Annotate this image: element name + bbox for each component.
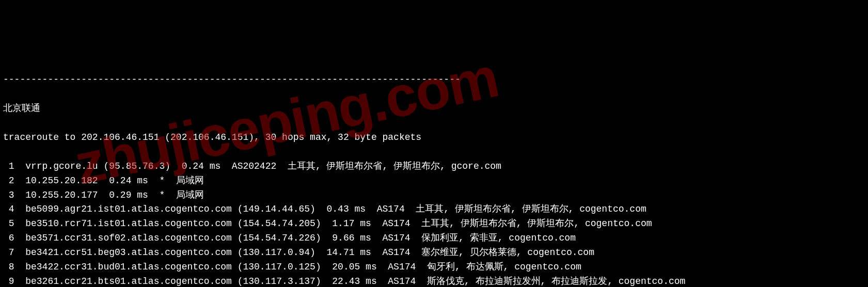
hop-number: 5 — [3, 217, 14, 231]
hop-number: 2 — [3, 174, 14, 188]
hop-detail: 10.255.20.177 0.29 ms * 局域网 — [14, 190, 204, 200]
hop-row: 4 be5099.agr21.ist01.atlas.cogentco.com … — [3, 202, 865, 217]
hop-row: 1 vrrp.gcore.lu (95.85.76.3) 0.24 ms AS2… — [3, 160, 865, 174]
hop-detail: be3510.rcr71.ist01.atlas.cogentco.com (1… — [14, 218, 652, 229]
hop-detail: be3422.ccr31.bud01.atlas.cogentco.com (1… — [14, 262, 581, 272]
hop-row: 7 be3421.ccr51.beg03.atlas.cogentco.com … — [3, 246, 865, 260]
hop-detail: be3571.ccr31.sof02.atlas.cogentco.com (1… — [14, 233, 576, 243]
trace-header: traceroute to 202.106.46.151 (202.106.46… — [3, 131, 865, 145]
hop-detail: 10.255.20.182 0.24 ms * 局域网 — [14, 176, 204, 186]
hop-row: 6 be3571.ccr31.sof02.atlas.cogentco.com … — [3, 231, 865, 246]
hop-number: 8 — [3, 260, 14, 275]
hop-row: 8 be3422.ccr31.bud01.atlas.cogentco.com … — [3, 260, 865, 275]
hop-number: 3 — [3, 188, 14, 203]
hop-detail: be3261.ccr21.bts01.atlas.cogentco.com (1… — [14, 276, 686, 286]
hop-row: 2 10.255.20.182 0.24 ms * 局域网 — [3, 174, 865, 188]
trace-title: 北京联通 — [3, 102, 865, 116]
divider-line: ----------------------------------------… — [3, 73, 865, 87]
terminal-output: ----------------------------------------… — [3, 59, 865, 287]
hop-number: 6 — [3, 231, 14, 246]
hop-detail: vrrp.gcore.lu (95.85.76.3) 0.24 ms AS202… — [14, 161, 501, 171]
hop-number: 1 — [3, 160, 14, 174]
hop-detail: be5099.agr21.ist01.atlas.cogentco.com (1… — [14, 204, 646, 214]
hop-number: 4 — [3, 202, 14, 217]
hop-row: 5 be3510.rcr71.ist01.atlas.cogentco.com … — [3, 217, 865, 231]
hop-number: 9 — [3, 275, 14, 287]
hop-detail: be3421.ccr51.beg03.atlas.cogentco.com (1… — [14, 247, 594, 258]
hop-row: 9 be3261.ccr21.bts01.atlas.cogentco.com … — [3, 275, 865, 287]
hop-row: 3 10.255.20.177 0.29 ms * 局域网 — [3, 188, 865, 203]
hop-number: 7 — [3, 246, 14, 260]
